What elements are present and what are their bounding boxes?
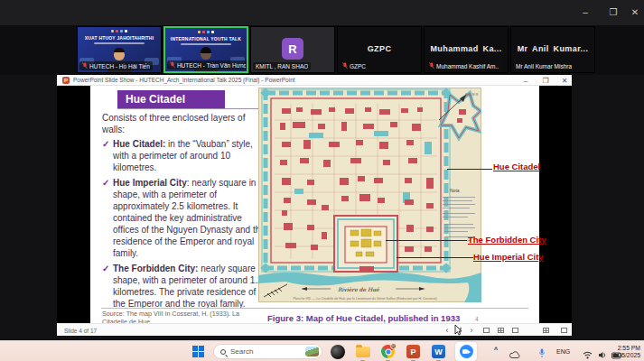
taskbar-powerpoint[interactable]: P xyxy=(405,343,422,360)
start-button[interactable] xyxy=(190,343,207,360)
slide-sorter-view-button[interactable] xyxy=(498,328,504,333)
powerpoint-statusbar: Slide 4 of 17 ‹ › xyxy=(57,323,572,336)
mic-muted-icon xyxy=(429,62,434,69)
mouse-cursor xyxy=(454,325,462,336)
taskbar-search-box[interactable]: Search xyxy=(213,344,322,359)
participant-name-label: Mr Anil Kumar Mishra xyxy=(513,62,574,70)
mic-muted-icon xyxy=(82,62,88,69)
grid-view-button[interactable] xyxy=(543,328,549,333)
file-explorer-icon xyxy=(356,347,370,357)
participant-tile-tranvan-hung-active-speaker[interactable]: INTERNATIONAL YOUTH TALK HUTECH - Trần V… xyxy=(163,26,248,73)
connector-line-imperial-city xyxy=(397,257,473,258)
zoom-icon xyxy=(460,345,473,358)
powerpoint-titlebar: P PowerPoint Slide Show - HUTECH_Arch_In… xyxy=(57,75,572,86)
slide-counter: Slide 4 of 17 xyxy=(64,328,97,334)
participant-display-name: GZPC xyxy=(338,44,421,53)
zoom-meeting-window: – ❐ ✕ XUAT HTUOY JAHOITAHRITHI xyxy=(0,0,644,361)
participant-tile-hohai-tien[interactable]: XUAT HTUOY JAHOITAHRITHI HUTECH - Hồ Hải… xyxy=(77,26,162,73)
reading-view-button[interactable] xyxy=(512,328,518,333)
ppt-restore-button[interactable]: ❐ xyxy=(537,75,554,86)
ppt-close-button[interactable]: ✕ xyxy=(556,75,573,86)
language-indicator[interactable]: ENG xyxy=(556,348,570,355)
participant-name-label: Muhammad Kashif Am.. xyxy=(426,61,501,70)
svg-text:Planche VIII. — La Citadelle d: Planche VIII. — La Citadelle de Hué, par… xyxy=(293,297,436,301)
slide-title: Hue Citadel xyxy=(117,90,225,108)
figure-caption: Figure 3: Map of Hue Citadel, published … xyxy=(267,313,460,323)
participant-video-strip: XUAT HTUOY JAHOITAHRITHI HUTECH - Hồ Hải… xyxy=(0,25,644,75)
ppt-minimize-button[interactable]: – xyxy=(518,75,534,86)
taskbar-chrome[interactable] xyxy=(379,343,397,360)
participant-name-label: GZPC xyxy=(340,61,369,70)
next-slide-button[interactable]: › xyxy=(466,326,477,335)
slide-page-number: 4 xyxy=(475,316,479,322)
search-placeholder: Search xyxy=(230,347,305,356)
slideshow-view-button[interactable] xyxy=(561,328,567,333)
bullet-hue-citadel: ✓ Hue Citadel: in the “Vauban” style, wi… xyxy=(102,138,268,173)
tray-time: 2:55 PM xyxy=(613,345,640,352)
map-label-forbidden-city: The Forbidden City xyxy=(468,235,546,245)
tray-date: 6/25/2025 xyxy=(613,352,640,359)
slide-subtitle-bar xyxy=(94,42,145,44)
participant-tile-kmitl[interactable]: R KMITL , RAN SHAO xyxy=(250,26,335,73)
mic-muted-icon xyxy=(170,61,175,69)
checkmark-icon: ✓ xyxy=(102,263,113,310)
mic-muted-icon xyxy=(342,62,348,69)
wifi-icon[interactable] xyxy=(583,347,593,361)
zoom-close-button[interactable]: ✕ xyxy=(625,3,644,21)
onedrive-cloud-icon[interactable] xyxy=(509,347,520,361)
slide-title-text: XUAT HTUOY JAHOITAHRITHI xyxy=(79,35,159,41)
participant-tile-anil[interactable]: Mr Anil Kumar... Mr Anil Kumar Mishra xyxy=(510,26,595,73)
powerpoint-icon: P xyxy=(406,345,420,358)
speaker-icon[interactable] xyxy=(598,347,607,361)
windows-taskbar: Search P W ^ ENG xyxy=(0,340,644,361)
participant-name-label: HUTECH - Hồ Hải Tiến xyxy=(79,61,153,70)
participant-name-label: KMITL , RAN SHAO xyxy=(253,62,311,70)
hue-citadel-map-figure: Fig. N°8 xyxy=(258,88,481,302)
taskbar-word[interactable]: W xyxy=(430,343,447,360)
taskbar-zoom-active[interactable] xyxy=(455,342,477,361)
footer-separator xyxy=(101,308,528,309)
tray-clock[interactable]: 2:55 PM 6/25/2025 xyxy=(613,345,640,358)
word-icon: W xyxy=(432,345,445,358)
participant-display-name: Muhammad Ka... xyxy=(425,44,508,53)
participant-tile-muhammad[interactable]: Muhammad Ka... Muhammad Kashif Am.. xyxy=(424,26,509,73)
participant-name-label: HUTECH - Trần Văn Hưng xyxy=(167,60,248,69)
slide-intro: Consists of three enclosed layers of wal… xyxy=(102,112,268,135)
normal-view-button[interactable] xyxy=(483,328,490,333)
chrome-icon xyxy=(381,345,395,358)
participant-display-name: Mr Anil Kumar... xyxy=(511,44,594,53)
bullet-imperial-city: ✓ Hue Imperial City: nearly square in sh… xyxy=(102,177,268,259)
powerpoint-window: P PowerPoint Slide Show - HUTECH_Arch_In… xyxy=(57,75,572,336)
slide-logos xyxy=(165,31,247,33)
dark-app-icon xyxy=(331,345,345,359)
tray-chevron[interactable]: ^ xyxy=(494,347,498,353)
powerpoint-window-title: PowerPoint Slide Show - HUTECH_Arch_Inte… xyxy=(73,77,295,83)
slide-subtitle-bar xyxy=(181,43,231,45)
slide-body-text: Consists of three enclosed layers of wal… xyxy=(102,112,268,313)
previous-slide-button[interactable]: ‹ xyxy=(442,326,453,335)
search-icon xyxy=(220,349,226,355)
slide-canvas[interactable]: Hue Citadel Consists of three enclosed l… xyxy=(90,86,539,323)
search-daily-image xyxy=(305,347,319,356)
checkmark-icon: ✓ xyxy=(102,138,113,173)
zoom-minimize-button[interactable]: – xyxy=(575,3,595,21)
participant-tile-gzpc[interactable]: GZPC GZPC xyxy=(337,26,422,73)
svg-text:Rivière de Hué: Rivière de Hué xyxy=(338,286,379,292)
slide-logos xyxy=(78,30,161,32)
windows-logo-icon xyxy=(192,346,204,357)
taskbar-app-dark[interactable] xyxy=(329,343,346,360)
zoom-titlebar: – ❐ ✕ xyxy=(0,0,644,25)
bullet-forbidden-city: ✓ The Forbidden City: nearly square in s… xyxy=(102,263,268,310)
slide-title-text: INTERNATIONAL YOUTH TALK xyxy=(167,36,245,42)
title-underline xyxy=(117,108,265,109)
powerpoint-app-icon: P xyxy=(62,77,70,84)
avatar: R xyxy=(282,38,303,60)
map-label-imperial-city: Hue Imperial City xyxy=(473,252,544,262)
svg-text:Fig. N°8: Fig. N°8 xyxy=(465,93,478,97)
connector-line-citadel xyxy=(447,169,492,170)
connector-line-forbidden-city xyxy=(386,240,467,241)
microphone-in-use-icon[interactable] xyxy=(538,346,546,361)
zoom-restore-button[interactable]: ❐ xyxy=(603,3,623,21)
checkmark-icon: ✓ xyxy=(102,177,113,259)
taskbar-file-explorer[interactable] xyxy=(354,343,371,360)
